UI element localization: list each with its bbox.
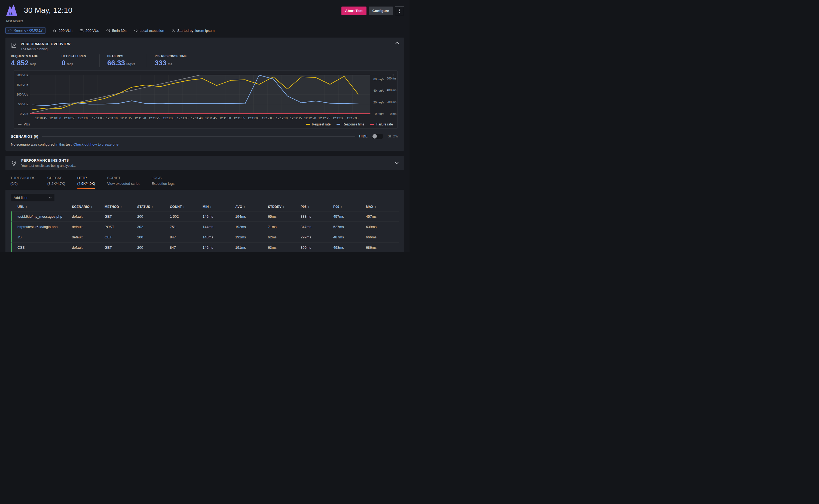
kebab-icon (399, 9, 400, 10)
table-row[interactable]: JSdefaultGET200847148ms192ms62ms299ms487… (11, 232, 398, 242)
legend-item-request-rate[interactable]: Request rate (306, 122, 331, 126)
svg-text:12:12:00: 12:12:00 (248, 116, 259, 120)
svg-text:200 ms: 200 ms (386, 100, 397, 104)
add-filter-dropdown[interactable]: Add filter (11, 194, 54, 201)
scenarios-toggle[interactable] (372, 134, 383, 139)
scenarios-title: SCENARIOS (0) (11, 134, 38, 139)
column-header-p99[interactable]: P99› (333, 205, 366, 209)
k6-logo-icon: k6 (5, 4, 18, 17)
column-header-min[interactable]: MIN› (202, 205, 235, 209)
scenarios-header: SCENARIOS (0) HIDE SHOW (11, 134, 398, 139)
svg-text:12:11:55: 12:11:55 (234, 116, 245, 120)
stat-http-failures: HTTP FAILURES0reqs (62, 54, 100, 67)
create-scenario-link[interactable]: Check out how to create one (73, 142, 119, 146)
brand-row: k6 30 May, 12:10 (5, 4, 72, 17)
sort-chevron-icon: › (121, 205, 122, 209)
sort-chevron-icon: › (341, 205, 342, 209)
http-results-panel: Add filter URL›SCENARIO›METHOD›STATUS›CO… (5, 190, 404, 252)
sort-chevron-icon: › (375, 205, 376, 209)
column-header-url[interactable]: URL› (17, 205, 72, 209)
legend-swatch (370, 124, 374, 125)
overview-chart[interactable]: 12:10:4512:10:5012:10:5512:11:0012:11:05… (14, 73, 397, 121)
sort-chevron-icon: › (244, 205, 245, 209)
svg-text:12:11:00: 12:11:00 (78, 116, 89, 120)
overview-chart-card: 12:10:4512:10:5012:10:5512:11:0012:11:05… (14, 70, 397, 129)
svg-text:12:11:45: 12:11:45 (205, 116, 217, 120)
user-icon (171, 29, 175, 33)
expand-insights-button[interactable] (395, 162, 398, 164)
legend-swatch (306, 124, 310, 125)
svg-text:12:11:10: 12:11:10 (106, 116, 118, 120)
performance-insights-panel: PERFORMANCE INSIGHTS Your test results a… (5, 156, 404, 170)
svg-text:12:12:15: 12:12:15 (290, 116, 302, 120)
svg-text:12:10:50: 12:10:50 (50, 116, 61, 120)
tab-underline (47, 188, 65, 189)
stat-peak-rps: PEAK RPS66.33reqs/s (107, 54, 147, 67)
svg-text:12:11:30: 12:11:30 (163, 116, 174, 120)
legend-item-response-time[interactable]: Response time (336, 122, 364, 126)
scenarios-hide-label: HIDE (359, 134, 367, 138)
column-header-method[interactable]: METHOD› (105, 205, 137, 209)
svg-text:12:11:40: 12:11:40 (191, 116, 202, 120)
toggle-knob (372, 134, 377, 139)
table-header-row: URL›SCENARIO›METHOD›STATUS›COUNT›MIN›AVG… (11, 205, 398, 211)
collapse-panel-button[interactable] (395, 42, 399, 44)
column-header-scenario[interactable]: SCENARIO› (72, 205, 105, 209)
column-header-stddev[interactable]: STDDEV› (268, 205, 300, 209)
svg-text:40 req/s: 40 req/s (373, 89, 384, 92)
status-item-clock: 5min 30s (106, 29, 127, 33)
svg-text:12:11:25: 12:11:25 (149, 116, 160, 120)
svg-text:12:12:35: 12:12:35 (347, 116, 358, 120)
column-header-avg[interactable]: AVG› (235, 205, 268, 209)
column-header-status[interactable]: STATUS› (137, 205, 170, 209)
tab-thresholds[interactable]: THRESHOLDS(0/0) (10, 176, 35, 189)
tab-logs[interactable]: LOGSExecution logs (151, 176, 174, 189)
insights-title: PERFORMANCE INSIGHTS (21, 158, 76, 162)
svg-text:60 req/s: 60 req/s (373, 78, 384, 81)
tab-underline (10, 188, 35, 189)
more-options-button[interactable] (395, 6, 404, 15)
page-subtitle: Test results (5, 19, 72, 23)
svg-text:12:11:20: 12:11:20 (134, 116, 146, 120)
chevron-down-icon (49, 197, 52, 198)
table-row[interactable]: test.k6.io/my_messages.phpdefaultGET2001… (11, 211, 398, 222)
svg-text:50 VUs: 50 VUs (18, 103, 28, 106)
tab-script[interactable]: SCRIPTView executed script (107, 176, 139, 189)
tab-checks[interactable]: CHECKS(3.2K/4.7K) (47, 176, 65, 189)
column-header-p95[interactable]: P95› (300, 205, 333, 209)
svg-text:0 req/s: 0 req/s (375, 112, 384, 115)
column-header-count[interactable]: COUNT› (170, 205, 202, 209)
sort-chevron-icon: › (152, 205, 153, 209)
svg-text:12:12:20: 12:12:20 (304, 116, 316, 120)
table-row[interactable]: https://test.k6.io/login.phpdefaultPOST3… (11, 222, 398, 232)
svg-text:200 VUs: 200 VUs (17, 73, 28, 77)
stat-p95-response-time: P95 RESPONSE TIME333ms (155, 54, 194, 67)
status-item-users: 200 VUs (79, 29, 99, 33)
spinner-icon (8, 29, 11, 32)
sort-chevron-icon: › (210, 205, 212, 209)
chart-menu-button[interactable] (392, 73, 394, 78)
legend-item-vus[interactable]: VUs (18, 122, 30, 126)
top-actions: Abort Test Configure (341, 6, 404, 15)
svg-text:600 ms: 600 ms (386, 77, 397, 80)
overview-header: PERFORMANCE OVERVIEW The test is running… (11, 42, 398, 51)
legend-swatch (336, 124, 340, 125)
table-row[interactable]: CSSdefaultGET200847145ms191ms63ms309ms49… (11, 242, 398, 252)
chevron-down-icon (395, 162, 398, 164)
chevron-up-icon (395, 42, 399, 44)
performance-overview-panel: PERFORMANCE OVERVIEW The test is running… (5, 38, 404, 151)
tab-http[interactable]: HTTP(4.9K/4.9K) (77, 176, 95, 189)
legend-item-failure-rate[interactable]: Failure rate (370, 122, 393, 126)
add-filter-label: Add filter (14, 196, 27, 200)
sort-chevron-icon: › (26, 205, 27, 209)
status-item-code: Local execution (134, 29, 164, 33)
tab-underline (107, 188, 139, 189)
svg-text:12:12:30: 12:12:30 (333, 116, 344, 120)
abort-test-button[interactable]: Abort Test (341, 7, 366, 15)
configure-button[interactable]: Configure (369, 7, 393, 15)
column-header-max[interactable]: MAX› (366, 205, 398, 209)
svg-text:12:10:55: 12:10:55 (64, 116, 75, 120)
status-item-user: Started by: lorem ipsum (171, 29, 214, 33)
running-status-badge: Running - 00:03:17 (5, 27, 45, 34)
legend-swatch (18, 124, 22, 125)
